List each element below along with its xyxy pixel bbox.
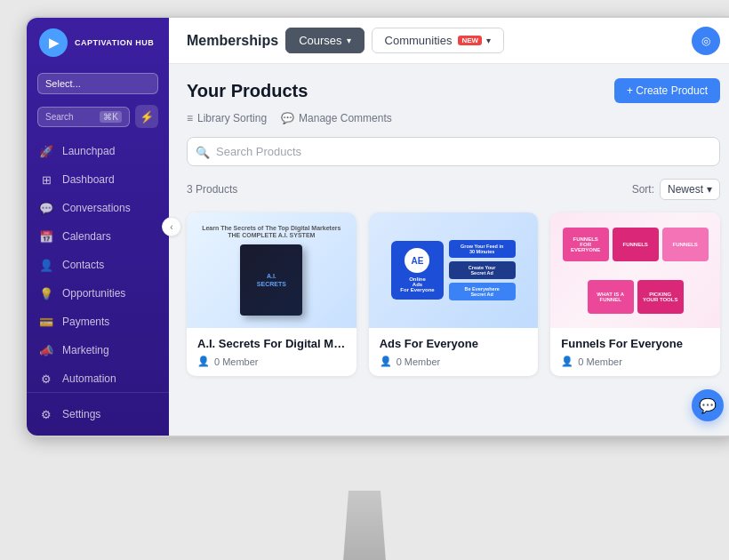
- sidebar-search: Search ⌘K ⚡: [27, 100, 169, 133]
- sidebar-item-label: Marketing: [62, 344, 109, 356]
- members-icon: 👤: [197, 356, 210, 367]
- new-badge: NEW: [458, 36, 482, 45]
- main-content: Memberships Courses ▾ Communities NEW ▾ …: [169, 18, 729, 436]
- marketing-icon: 📣: [39, 343, 53, 357]
- sidebar-item-settings[interactable]: ⚙ Settings: [27, 400, 169, 428]
- tab-communities[interactable]: Communities NEW ▾: [372, 28, 505, 53]
- product-info: Ads For Everyone 👤 0 Member: [369, 328, 539, 376]
- product-card-funnels[interactable]: FUNNELSFOR EVERYONE FUNNELS FUNNELS WHAT…: [550, 212, 720, 376]
- sidebar-item-conversations[interactable]: 💬 Conversations: [27, 194, 169, 222]
- tab-communities-label: Communities: [385, 34, 453, 47]
- launchpad-icon: 🚀: [39, 144, 53, 158]
- sort-dropdown[interactable]: Newest ▾: [660, 179, 720, 200]
- library-sorting-label: Library Sorting: [197, 112, 267, 124]
- sidebar-select-wrapper[interactable]: Select...: [27, 68, 169, 100]
- sidebar: ▶ CAPTIVATION HUB Select... Search ⌘K ⚡ …: [27, 18, 169, 436]
- sidebar-item-dashboard[interactable]: ⊞ Dashboard: [27, 165, 169, 194]
- lightning-button[interactable]: ⚡: [135, 105, 158, 128]
- ads-card-1: Grow Your Feed in30 Minutes: [449, 240, 516, 258]
- chevron-down-icon-2: ▾: [486, 36, 491, 45]
- product-thumbnail-funnels: FUNNELSFOR EVERYONE FUNNELS FUNNELS WHAT…: [550, 212, 720, 328]
- sidebar-item-launchpad[interactable]: 🚀 Launchpad: [27, 137, 169, 165]
- sidebar-select[interactable]: Select...: [37, 73, 158, 94]
- ads-logo-circle: AE: [405, 248, 429, 273]
- sidebar-item-label: Opportunities: [62, 287, 125, 300]
- stand-neck: [338, 491, 391, 560]
- tab-courses[interactable]: Courses ▾: [285, 28, 364, 53]
- funnel-card-1: FUNNELSFOR EVERYONE: [563, 228, 609, 261]
- sidebar-nav: 🚀 Launchpad ⊞ Dashboard 💬 Conversations …: [27, 133, 169, 392]
- search-products-input[interactable]: [187, 137, 720, 166]
- conversations-icon: 💬: [39, 201, 53, 215]
- ads-card-2: Create YourSecret Ad: [449, 261, 516, 279]
- automation-icon: ⚙: [39, 372, 53, 386]
- ads-stack: Grow Your Feed in30 Minutes Create YourS…: [449, 240, 516, 300]
- manage-comments-label: Manage Comments: [299, 112, 392, 124]
- sidebar-item-label: Settings: [62, 408, 100, 420]
- sidebar-search-box[interactable]: Search ⌘K: [37, 107, 130, 127]
- ads-label: OnlineAdsFor Everyone: [400, 276, 434, 292]
- tab-courses-label: Courses: [299, 34, 341, 47]
- monitor-stand: [284, 491, 445, 560]
- product-card-ai-secrets[interactable]: Learn The Secrets of The Top Digital Mar…: [187, 212, 356, 376]
- create-product-button[interactable]: + Create Product: [614, 78, 720, 103]
- funnel-card-5: PICKINGYOUR TOOLS: [637, 280, 684, 314]
- product-name: A.I. Secrets For Digital Mar...: [197, 337, 346, 350]
- product-members: 👤 0 Member: [380, 356, 528, 367]
- product-thumbnail-ai: Learn The Secrets of The Top Digital Mar…: [187, 212, 356, 328]
- manage-comments-icon: 💬: [281, 112, 294, 124]
- members-icon: 👤: [380, 356, 392, 367]
- sidebar-item-label: Dashboard: [62, 173, 115, 186]
- calendars-icon: 📅: [39, 229, 53, 244]
- page-title: Memberships: [187, 33, 278, 49]
- user-avatar[interactable]: ◎: [692, 27, 720, 55]
- ai-title-text: Learn The Secrets of The Top Digital Mar…: [202, 225, 340, 240]
- sidebar-item-label: Calendars: [62, 230, 111, 243]
- product-card-ads[interactable]: AE OnlineAdsFor Everyone Grow Your Feed …: [369, 212, 539, 376]
- library-sorting-link[interactable]: ≡ Library Sorting: [187, 112, 267, 124]
- sort-chevron-icon: ▾: [707, 183, 712, 196]
- products-count: 3 Products: [187, 183, 237, 196]
- top-bar-right: ◎: [692, 27, 720, 55]
- search-bar-wrapper: 🔍: [187, 137, 720, 166]
- product-name: Funnels For Everyone: [561, 337, 709, 350]
- products-grid: Learn The Secrets of The Top Digital Mar…: [187, 212, 720, 376]
- sidebar-item-calendars[interactable]: 📅 Calendars: [27, 222, 169, 251]
- sidebar-item-opportunities[interactable]: 💡 Opportunities: [27, 279, 169, 308]
- payments-icon: 💳: [39, 315, 53, 329]
- manage-comments-link[interactable]: 💬 Manage Comments: [281, 112, 392, 124]
- sort-value: Newest: [668, 183, 703, 196]
- chat-fab-button[interactable]: 💬: [692, 389, 724, 421]
- contacts-icon: 👤: [39, 258, 53, 272]
- search-icon: 🔍: [196, 145, 210, 158]
- sidebar-logo: ▶ CAPTIVATION HUB: [27, 18, 169, 68]
- product-name: Ads For Everyone: [380, 337, 528, 350]
- search-shortcut: ⌘K: [100, 111, 122, 123]
- dashboard-icon: ⊞: [39, 172, 53, 187]
- ads-logo: AE: [412, 256, 424, 266]
- ads-card-3: Be EverywhereSecret Ad: [449, 283, 516, 300]
- products-heading: Your Products: [187, 81, 308, 101]
- product-info: A.I. Secrets For Digital Mar... 👤 0 Memb…: [187, 328, 356, 376]
- top-bar: Memberships Courses ▾ Communities NEW ▾ …: [169, 18, 729, 64]
- logo-icon: ▶: [39, 28, 68, 57]
- search-text: Search: [45, 112, 74, 122]
- collapse-sidebar-button[interactable]: ‹: [162, 217, 181, 236]
- sidebar-item-payments[interactable]: 💳 Payments: [27, 308, 169, 336]
- product-thumbnail-ads: AE OnlineAdsFor Everyone Grow Your Feed …: [369, 212, 539, 328]
- members-icon: 👤: [561, 356, 573, 367]
- content-header: Your Products + Create Product: [187, 78, 720, 103]
- monitor-wrapper: ▶ CAPTIVATION HUB Select... Search ⌘K ⚡ …: [18, 18, 711, 560]
- sidebar-footer: ⚙ Settings: [27, 392, 169, 436]
- library-sorting-icon: ≡: [187, 112, 193, 124]
- sub-actions: ≡ Library Sorting 💬 Manage Comments: [187, 112, 720, 124]
- sidebar-item-contacts[interactable]: 👤 Contacts: [27, 251, 169, 279]
- members-count: 0 Member: [214, 356, 259, 367]
- opportunities-icon: 💡: [39, 286, 53, 300]
- sidebar-item-label: Conversations: [62, 202, 131, 214]
- content-area: Your Products + Create Product ≡ Library…: [169, 64, 729, 436]
- product-members: 👤 0 Member: [561, 356, 709, 367]
- sidebar-item-automation[interactable]: ⚙ Automation: [27, 364, 169, 392]
- sidebar-item-marketing[interactable]: 📣 Marketing: [27, 336, 169, 364]
- sort-label: Sort:: [632, 183, 654, 196]
